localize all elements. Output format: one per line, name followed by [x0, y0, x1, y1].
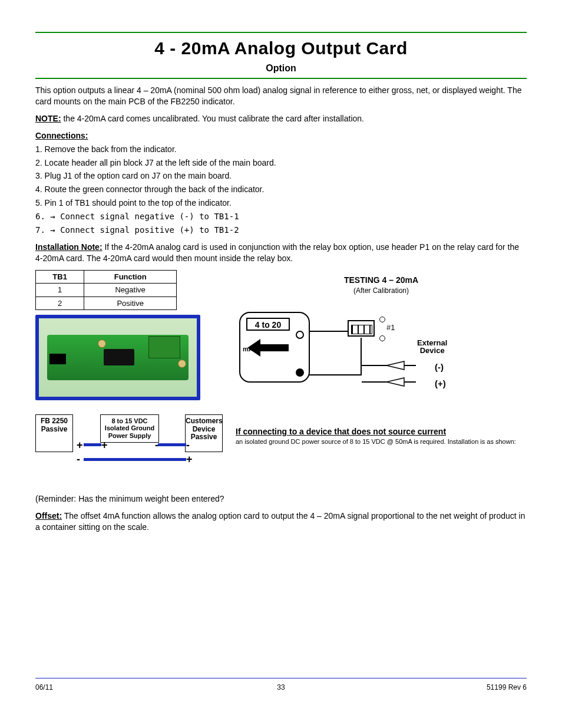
probe-icon	[386, 360, 416, 371]
page-subtitle: Option	[35, 62, 527, 75]
conn-step: 1. Remove the back from the indicator.	[46, 144, 527, 155]
note-label: NOTE:	[35, 114, 61, 123]
minus-sign: -	[77, 452, 80, 466]
pcb-connector	[148, 336, 180, 358]
no-source-sub: an isolated ground DC power source of 8 …	[236, 437, 527, 446]
tb1-h2: Function	[84, 270, 177, 284]
offset-reminder: (Reminder: Has the minimum weight been e…	[35, 494, 224, 503]
conn-step: 3. Plug J1 of the option card on J7 on t…	[46, 170, 527, 182]
conn-step: 6. → Connect signal negative (-) to TB1-…	[46, 211, 527, 222]
tb1-r2a: 2	[36, 297, 84, 310]
wire-blue	[84, 443, 101, 446]
minus-sign: -	[186, 438, 190, 452]
conn-step: 2. Locate header all pin block J7 at the…	[46, 157, 527, 169]
no-source-heading: If connecting to a device that does not …	[236, 426, 527, 437]
wire-blue	[158, 443, 186, 446]
rule-bottom	[35, 78, 527, 79]
page-number: 33	[277, 683, 285, 692]
meter-jack-bottom	[296, 368, 304, 377]
testing-heading: TESTING 4 – 20mA	[236, 275, 527, 286]
probe-icon	[386, 377, 416, 387]
passive-ps-line3: Power Supply	[101, 432, 158, 439]
conn-step: 4. Route the green connector through the…	[46, 184, 527, 195]
tb1-r1b: Negative	[84, 284, 177, 297]
install-note-text: If the 4-20mA analog card is used in con…	[35, 242, 519, 263]
install-note-label: Installation Note:	[35, 242, 103, 252]
passive-wiring-diagram: FB 2250 Passive 8 to 15 VDC Isolated Gro…	[35, 411, 236, 482]
svg-marker-0	[247, 339, 289, 357]
passive-fb-line2: Passive	[36, 426, 72, 433]
wire	[362, 381, 388, 383]
tb1-hole-icon	[379, 335, 385, 341]
footer-rev: 51199 Rev 6	[487, 683, 527, 692]
page-title: 4 - 20mA Analog Output Card	[35, 37, 527, 61]
tb1-connector-icon	[348, 320, 375, 337]
test-diagram: 4 to 20 mA #1	[236, 309, 507, 416]
arrow-left-icon	[247, 339, 289, 357]
passive-fb-line1: FB 2250	[36, 417, 72, 425]
connections-list: 1. Remove the back from the indicator. 2…	[35, 144, 527, 236]
offset-label: Offset:	[35, 511, 62, 521]
plus-sign: +	[77, 438, 83, 452]
plus-sign: +	[101, 438, 108, 452]
passive-cd-line2: Device	[186, 426, 222, 433]
wire-blue	[84, 458, 186, 461]
wire	[361, 338, 362, 375]
minus-label: (-)	[435, 361, 444, 373]
connections-heading: Connections:	[35, 130, 527, 141]
pin1-label: #1	[386, 322, 395, 333]
footer-rule	[35, 678, 527, 678]
rule-top	[35, 32, 527, 33]
passive-cd-line1: Customers	[186, 417, 222, 425]
tb1-r2b: Positive	[84, 297, 177, 310]
ext-line2: Device	[420, 346, 445, 355]
intro-paragraph: This option outputs a linear 4 – 20mA (n…	[35, 85, 527, 107]
plus-sign: +	[186, 452, 193, 466]
wire	[362, 365, 388, 366]
conn-step: 7. → Connect signal positive (+) to TB1-…	[46, 225, 527, 236]
tb1-table: TB1Function 1Negative 2Positive	[35, 270, 177, 311]
external-device-label: External Device	[417, 339, 447, 355]
passive-ps-line1: 8 to 15 VDC	[101, 417, 158, 424]
wire	[309, 331, 348, 332]
pcb-chip	[104, 349, 134, 365]
tb1-h1: TB1	[36, 270, 84, 284]
passive-ps-line2: Isolated Ground	[101, 424, 158, 431]
multimeter-icon: 4 to 20 mA	[239, 312, 310, 383]
pcb-photo	[35, 315, 200, 400]
note-text: the 4-20mA card comes uncalibrated. You …	[61, 114, 364, 123]
conn-step: 5. Pin 1 of TB1 should point to the top …	[46, 197, 527, 209]
meter-readout: 4 to 20	[246, 318, 290, 331]
tb1-r1a: 1	[36, 284, 84, 297]
wire	[309, 374, 362, 375]
passive-cd-line3: Passive	[186, 433, 222, 441]
tb1-hole-icon	[379, 317, 385, 322]
testing-sub: (After Calibration)	[236, 286, 527, 295]
offset-text: The offset 4mA function allows the analo…	[35, 511, 525, 532]
pcb-header	[49, 354, 66, 364]
plus-label: (+)	[435, 378, 446, 390]
footer-date: 06/11	[35, 683, 53, 692]
meter-jack-top	[296, 331, 304, 339]
